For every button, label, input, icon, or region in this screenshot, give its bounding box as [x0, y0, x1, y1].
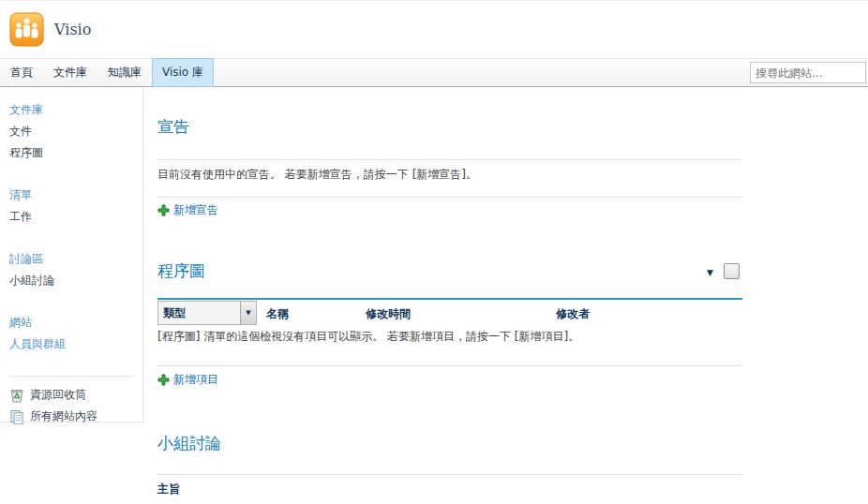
site-logo-people-icon[interactable] — [9, 12, 44, 47]
sidebar-header-discussions[interactable]: 討論區 — [9, 248, 142, 269]
sidebar-divider — [9, 376, 133, 377]
add-item-link[interactable]: 新增項目 — [157, 372, 218, 388]
team-discussion-title[interactable]: 小組討論 — [157, 433, 221, 454]
process-diagrams-title[interactable]: 程序圖 — [157, 260, 205, 282]
column-header-name[interactable]: 名稱 — [266, 306, 289, 322]
nav-group-discussions: 討論區 小組討論 — [9, 248, 142, 291]
process-diagrams-empty-message: [程序圖] 清單的這個檢視沒有項目可以顯示。 若要新增項目，請按一下 [新增項目… — [157, 329, 579, 345]
divider — [157, 365, 742, 366]
sidebar-header-libraries[interactable]: 文件庫 — [9, 99, 142, 120]
sharepoint-page: Visio 首頁 文件庫 知識庫 Visio 庫 文件庫 文件 程序圖 清單 工… — [0, 0, 868, 504]
divider — [157, 197, 742, 198]
tab-document-library[interactable]: 文件庫 — [43, 58, 97, 87]
announcements-title[interactable]: 宣告 — [157, 116, 189, 138]
sidebar-item-all-site-content[interactable]: 所有網站內容 — [9, 406, 142, 427]
all-site-content-icon — [9, 409, 24, 424]
sidebar-item-documents[interactable]: 文件 — [9, 121, 142, 142]
table-header-row: 類型 ▼ 名稱 修改時間 修改者 — [157, 300, 742, 325]
sidebar-item-label: 所有網站內容 — [30, 406, 97, 427]
chevron-down-icon[interactable]: ▼ — [240, 302, 256, 324]
recycle-bin-icon — [9, 388, 24, 403]
sidebar-header-lists[interactable]: 清單 — [9, 185, 142, 205]
sidebar-item-recycle-bin[interactable]: 資源回收筒 — [9, 384, 142, 406]
divider — [157, 474, 742, 475]
nav-group-sites: 網站 人員與群組 — [9, 312, 142, 355]
sidebar-item-tasks[interactable]: 工作 — [9, 206, 142, 228]
main-content: 宣告 目前沒有使用中的宣告。 若要新增宣告，請按一下 [新增宣告]。 新增宣告 … — [157, 88, 742, 504]
quick-launch-sidebar: 文件庫 文件 程序圖 清單 工作 討論區 小組討論 網站 人員與群組 資源回收筒 — [0, 88, 143, 422]
top-navigation-bar: 首頁 文件庫 知識庫 Visio 庫 — [0, 58, 868, 87]
column-header-modified-by[interactable]: 修改者 — [556, 306, 590, 322]
add-announcement-link[interactable]: 新增宣告 — [157, 202, 218, 218]
add-announcement-label: 新增宣告 — [173, 202, 218, 218]
process-diagrams-table: 類型 ▼ 名稱 修改時間 修改者 — [157, 298, 742, 325]
tab-knowledge-base[interactable]: 知識庫 — [97, 58, 152, 87]
divider — [157, 159, 742, 160]
nav-group-libraries: 文件庫 文件 程序圖 — [9, 99, 142, 164]
column-header-modified[interactable]: 修改時間 — [366, 306, 411, 322]
nav-group-lists: 清單 工作 — [9, 185, 142, 228]
webpart-select-checkbox[interactable] — [724, 263, 740, 279]
column-header-type: 類型 — [158, 305, 240, 321]
tab-visio-library[interactable]: Visio 庫 — [152, 58, 214, 87]
add-item-label: 新增項目 — [173, 372, 218, 388]
sidebar-item-label: 資源回收筒 — [30, 384, 86, 406]
search-input[interactable] — [750, 62, 866, 83]
page-header: Visio — [0, 1, 868, 58]
sidebar-item-team-discussion[interactable]: 小組討論 — [9, 270, 142, 291]
sidebar-header-sites[interactable]: 網站 — [9, 312, 142, 333]
site-title[interactable]: Visio — [54, 21, 91, 38]
add-plus-icon — [157, 204, 170, 216]
announcements-empty-message: 目前沒有使用中的宣告。 若要新增宣告，請按一下 [新增宣告]。 — [157, 167, 477, 183]
top-nav-tabs: 首頁 文件庫 知識庫 Visio 庫 — [0, 59, 214, 86]
webpart-menu-chevron-down-icon[interactable]: ▼ — [707, 268, 713, 277]
add-plus-icon — [157, 374, 170, 386]
column-header-subject[interactable]: 主旨 — [157, 482, 180, 497]
column-header-type-dropdown[interactable]: 類型 ▼ — [157, 301, 257, 325]
tab-home[interactable]: 首頁 — [0, 58, 43, 87]
sidebar-item-people-and-groups[interactable]: 人員與群組 — [9, 334, 142, 355]
sidebar-item-process-diagrams[interactable]: 程序圖 — [9, 142, 142, 164]
